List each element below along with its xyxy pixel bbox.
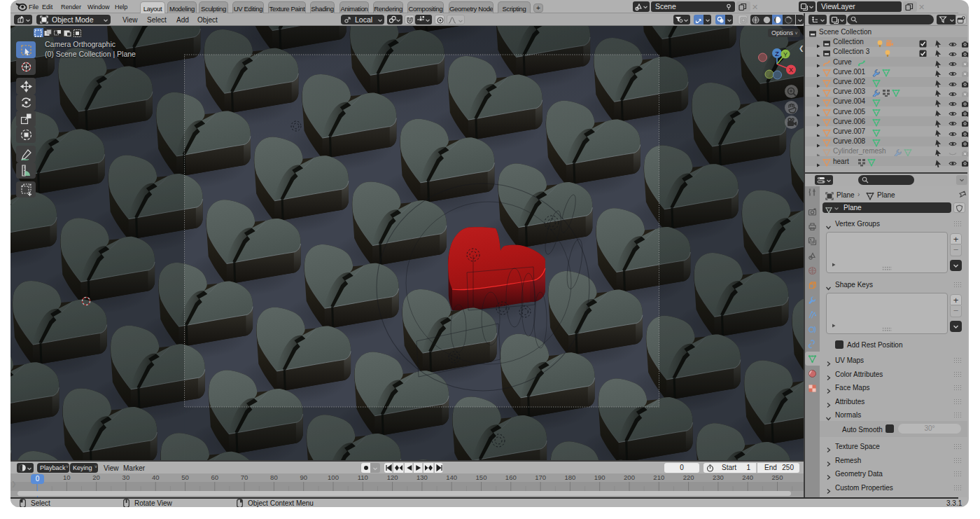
svg-text:70: 70: [241, 473, 248, 481]
svg-text:170: 170: [535, 473, 546, 481]
svg-text:10: 10: [63, 473, 71, 481]
svg-text:220: 220: [683, 473, 694, 481]
svg-text:180: 180: [564, 473, 575, 481]
svg-text:40: 40: [152, 473, 160, 481]
svg-text:30: 30: [122, 473, 130, 481]
svg-text:50: 50: [181, 473, 189, 481]
svg-text:210: 210: [653, 473, 664, 481]
svg-text:240: 240: [742, 473, 753, 481]
svg-text:110: 110: [358, 473, 368, 481]
svg-text:150: 150: [476, 473, 487, 481]
svg-text:230: 230: [713, 473, 724, 481]
svg-text:160: 160: [505, 473, 517, 481]
svg-text:80: 80: [270, 473, 278, 481]
svg-text:90: 90: [300, 473, 307, 481]
svg-text:20: 20: [92, 473, 100, 481]
svg-text:130: 130: [416, 473, 428, 481]
svg-text:200: 200: [624, 473, 635, 481]
svg-text:120: 120: [387, 473, 398, 481]
svg-text:100: 100: [328, 473, 339, 481]
svg-text:190: 190: [594, 473, 606, 481]
svg-text:140: 140: [446, 473, 457, 481]
svg-text:250: 250: [772, 473, 783, 481]
svg-text:60: 60: [211, 473, 219, 481]
